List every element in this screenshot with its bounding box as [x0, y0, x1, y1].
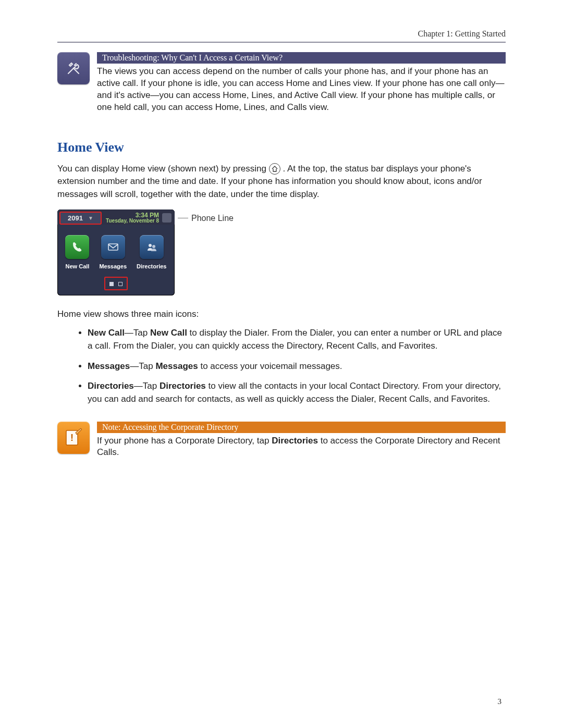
svg-text:!: ! — [70, 433, 74, 443]
app-new-call: New Call — [65, 235, 89, 269]
pager — [57, 274, 175, 295]
envelope-icon — [101, 235, 125, 259]
home-icon — [269, 163, 280, 175]
svg-rect-0 — [108, 244, 118, 250]
app-label-directories: Directories — [137, 263, 166, 269]
phone-screen: 2091 ▼ 3:34 PM Tuesday, November 8 New C… — [57, 209, 175, 295]
section-heading: Home View — [57, 140, 506, 155]
note-icon: ! — [57, 422, 90, 454]
phone-status-bar: 2091 ▼ 3:34 PM Tuesday, November 8 — [57, 209, 175, 225]
avatar-icon — [162, 213, 172, 223]
pager-dot-active-icon — [109, 282, 114, 286]
callout-text: If your phone has a Corporate Directory,… — [97, 435, 506, 459]
status-date: Tuesday, November 8 — [106, 218, 159, 224]
phone-figure: 2091 ▼ 3:34 PM Tuesday, November 8 New C… — [57, 209, 506, 295]
bullet-term: Messages — [88, 361, 130, 371]
extension-pill: 2091 ▼ — [59, 212, 102, 225]
bullet-dash: —Tap — [125, 328, 150, 338]
divider — [57, 42, 506, 43]
svg-point-2 — [152, 245, 155, 248]
bullet-bold: New Call — [150, 328, 187, 338]
intro-text-before: You can display Home view (shown next) b… — [57, 164, 269, 174]
bullet-dash: —Tap — [134, 381, 160, 391]
note-text-bold: Directories — [272, 436, 318, 446]
tools-icon — [57, 52, 90, 84]
app-label-messages: Messages — [99, 263, 127, 269]
phone-line-label: Phone Line — [191, 214, 234, 223]
callout-note: ! Note: Accessing the Corporate Director… — [57, 422, 506, 459]
callout-troubleshooting: Troubleshooting: Why Can't I Access a Ce… — [57, 52, 506, 114]
list-item: New Call—Tap New Call to display the Dia… — [88, 327, 506, 352]
app-directories: Directories — [137, 235, 166, 269]
callout-text: The views you can access depend on the n… — [97, 66, 506, 114]
callout-title: Note: Accessing the Corporate Directory — [97, 422, 506, 433]
svg-point-1 — [149, 244, 152, 247]
note-text-before: If your phone has a Corporate Directory,… — [97, 436, 272, 446]
bullet-dash: —Tap — [130, 361, 155, 371]
app-label-new-call: New Call — [65, 263, 89, 269]
list-intro: Home view shows three main icons: — [57, 308, 506, 321]
directories-icon — [140, 235, 164, 259]
list-item: Directories—Tap Directories to view all … — [88, 380, 506, 405]
phone-handset-icon — [65, 235, 89, 259]
pager-highlight — [104, 277, 127, 290]
bullet-bold: Directories — [160, 381, 206, 391]
bullet-term: New Call — [88, 328, 125, 338]
app-messages: Messages — [99, 235, 127, 269]
list-item: Messages—Tap Messages to access your voi… — [88, 360, 506, 373]
callout-title: Troubleshooting: Why Can't I Access a Ce… — [97, 52, 506, 64]
chapter-header: Chapter 1: Getting Started — [57, 29, 506, 39]
bullet-rest: to access your voicemail messages. — [198, 361, 342, 371]
icon-list: New Call—Tap New Call to display the Dia… — [57, 327, 506, 405]
intro-paragraph: You can display Home view (shown next) b… — [57, 163, 506, 201]
bullet-term: Directories — [88, 381, 134, 391]
caret-down-icon: ▼ — [88, 215, 93, 221]
bullet-bold: Messages — [155, 361, 198, 371]
page-number: 3 — [498, 697, 502, 706]
extension-number: 2091 — [68, 214, 83, 222]
leader-line — [178, 218, 188, 218]
pager-dot-inactive-icon — [118, 282, 123, 286]
